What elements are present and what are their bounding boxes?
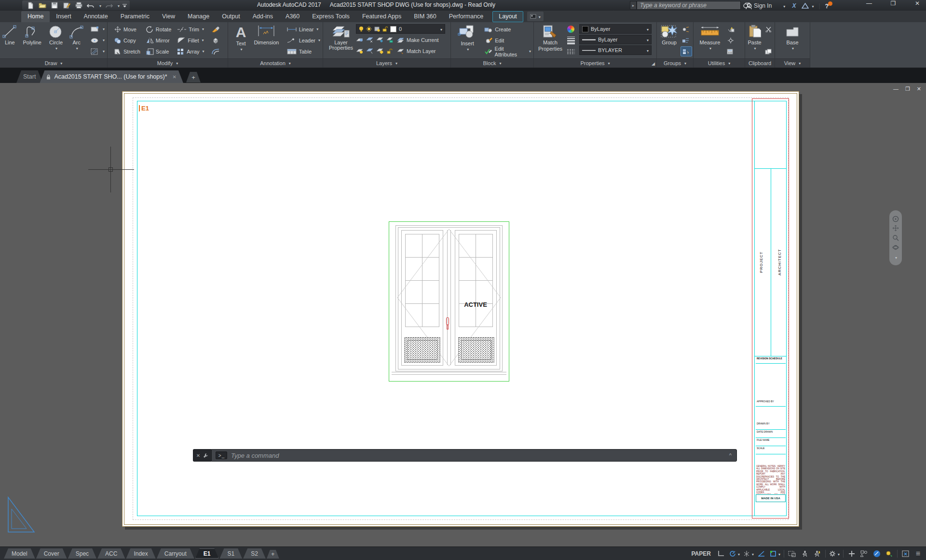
undo-icon[interactable] xyxy=(85,1,96,10)
group-button[interactable]: Group xyxy=(659,22,680,58)
restore-button[interactable]: ❐ xyxy=(887,0,899,7)
layer-dropdown[interactable]: 0 xyxy=(356,24,445,34)
erase-button[interactable] xyxy=(210,24,221,34)
close-button[interactable]: ✕ xyxy=(912,0,923,7)
layer-on-off-icon[interactable] xyxy=(356,48,364,54)
plot-icon[interactable] xyxy=(73,1,84,10)
array-button[interactable]: Array xyxy=(176,46,205,56)
stretch-button[interactable]: Stretch xyxy=(112,46,142,56)
search-toggle-icon[interactable]: ▸ xyxy=(630,1,637,10)
tab-performance[interactable]: Performance xyxy=(443,11,490,22)
layout-tab-e1[interactable]: E1 xyxy=(195,548,219,559)
layout-tab-cover[interactable]: Cover xyxy=(36,548,67,559)
panel-label-modify[interactable]: Modify xyxy=(108,58,228,68)
object-snap-icon[interactable] xyxy=(768,548,782,559)
tab-express-tools[interactable]: Express Tools xyxy=(306,11,356,22)
layer-properties-button[interactable]: Layer Properties xyxy=(326,22,356,58)
explode-button[interactable] xyxy=(210,35,221,45)
trim-button[interactable]: Trim xyxy=(176,24,205,34)
layer-lock-icon[interactable] xyxy=(386,37,393,43)
help-icon[interactable]: ? xyxy=(825,2,829,10)
ribbon-display-toggle[interactable] xyxy=(527,12,544,21)
pan-icon[interactable] xyxy=(892,225,899,232)
panel-label-properties[interactable]: Properties xyxy=(534,58,656,68)
paste-button[interactable]: Paste xyxy=(747,22,763,58)
layout-tab-s1[interactable]: S1 xyxy=(219,548,242,559)
ungroup-icon[interactable] xyxy=(681,24,692,34)
dwg-restore-button[interactable]: ❐ xyxy=(905,86,910,92)
insert-block-button[interactable]: Insert xyxy=(454,22,481,58)
redo-icon[interactable] xyxy=(104,1,114,10)
panel-label-groups[interactable]: Groups xyxy=(657,58,693,68)
move-pan-icon[interactable] xyxy=(845,548,858,559)
command-close-icon[interactable]: ✕ xyxy=(196,453,200,458)
command-history-caret[interactable]: ^ xyxy=(729,452,733,458)
make-current-button[interactable]: Make Current xyxy=(395,35,440,45)
layout-tab-spec[interactable]: Spec xyxy=(68,548,96,559)
leader-button[interactable]: Leader xyxy=(285,35,322,45)
scale-button[interactable]: Scale xyxy=(145,46,173,56)
isolate-objects-icon[interactable] xyxy=(883,548,895,559)
quick-select-icon[interactable] xyxy=(725,24,736,34)
match-layer-button[interactable]: Match Layer xyxy=(395,46,437,56)
redo-dropdown[interactable] xyxy=(116,1,121,10)
save-icon[interactable] xyxy=(49,1,60,10)
layer-isolate-icon[interactable] xyxy=(356,37,364,43)
properties-dialog-launcher[interactable]: ◢ xyxy=(652,61,655,66)
tab-insert[interactable]: Insert xyxy=(50,11,77,22)
new-layout-button[interactable]: + xyxy=(267,550,279,559)
tab-annotate[interactable]: Annotate xyxy=(78,11,114,22)
command-customize-wrench-icon[interactable] xyxy=(203,453,208,458)
layout-tab-acc[interactable]: ACC xyxy=(97,548,125,559)
file-tab-active-document[interactable]: Acad2015 START SHO... (Use for shops)* ✕ xyxy=(40,70,183,83)
minimize-button[interactable]: — xyxy=(863,0,875,7)
panel-label-block[interactable]: Block xyxy=(451,58,533,68)
workspace-switching-icon[interactable] xyxy=(858,548,870,559)
circle-button[interactable]: Circle xyxy=(45,22,67,58)
linetype-dropdown[interactable]: BYLAYER xyxy=(579,45,652,55)
undo-dropdown[interactable] xyxy=(97,1,102,10)
open-file-icon[interactable] xyxy=(37,1,48,10)
paper-space-toggle[interactable]: PAPER xyxy=(687,550,714,557)
id-point-icon[interactable] xyxy=(725,35,736,45)
tab-view[interactable]: View xyxy=(156,11,181,22)
dimension-button[interactable]: Dimension xyxy=(251,22,282,58)
offset-button[interactable] xyxy=(210,46,221,56)
new-file-icon[interactable] xyxy=(25,1,36,10)
panel-label-layers[interactable]: Layers xyxy=(323,58,450,68)
grid-display-icon[interactable] xyxy=(715,548,727,559)
measure-button[interactable]: Measure xyxy=(695,22,724,58)
a360-icon[interactable] xyxy=(802,1,809,11)
annotation-visibility-icon[interactable] xyxy=(786,548,798,559)
navigation-bar[interactable] xyxy=(889,210,902,265)
panel-label-view[interactable]: View xyxy=(775,58,810,68)
ellipse-tool-button[interactable] xyxy=(89,35,106,45)
panel-label-annotation[interactable]: Annotation xyxy=(228,58,323,68)
signin-label[interactable]: Sign In xyxy=(754,2,772,9)
dwg-close-button[interactable]: ✕ xyxy=(917,86,921,92)
tab-bim360[interactable]: BIM 360 xyxy=(408,11,443,22)
qat-menu-dropdown[interactable] xyxy=(122,1,127,10)
hardware-acceleration-icon[interactable] xyxy=(871,548,883,559)
copy-button[interactable]: Copy xyxy=(112,35,142,45)
file-tab-close-icon[interactable]: ✕ xyxy=(173,74,177,80)
drawing-canvas[interactable]: — ❐ ✕ E1 xyxy=(0,83,926,546)
clean-screen-icon[interactable] xyxy=(899,548,912,559)
navigation-wheel-icon[interactable] xyxy=(892,216,899,222)
layout-tab-model[interactable]: Model xyxy=(4,548,35,559)
tab-featured-apps[interactable]: Featured Apps xyxy=(356,11,408,22)
rectangle-tool-button[interactable] xyxy=(89,24,106,34)
tab-parametric[interactable]: Parametric xyxy=(114,11,156,22)
linear-dimension-button[interactable]: Linear xyxy=(285,24,322,34)
edit-block-button[interactable]: Edit xyxy=(483,35,532,45)
tab-addins[interactable]: Add-ins xyxy=(246,11,279,22)
lineweight-dropdown[interactable]: ByLayer xyxy=(579,35,652,44)
copy-clip-icon[interactable] xyxy=(763,46,774,56)
annotation-scale-icon[interactable] xyxy=(811,548,823,559)
group-selection-toggle[interactable] xyxy=(681,46,692,56)
table-button[interactable]: Table xyxy=(285,46,322,56)
base-button[interactable]: Base xyxy=(781,22,803,58)
tab-a360[interactable]: A360 xyxy=(279,11,306,22)
object-snap-tracking-icon[interactable] xyxy=(756,548,768,559)
arc-button[interactable]: Arc xyxy=(67,22,86,58)
